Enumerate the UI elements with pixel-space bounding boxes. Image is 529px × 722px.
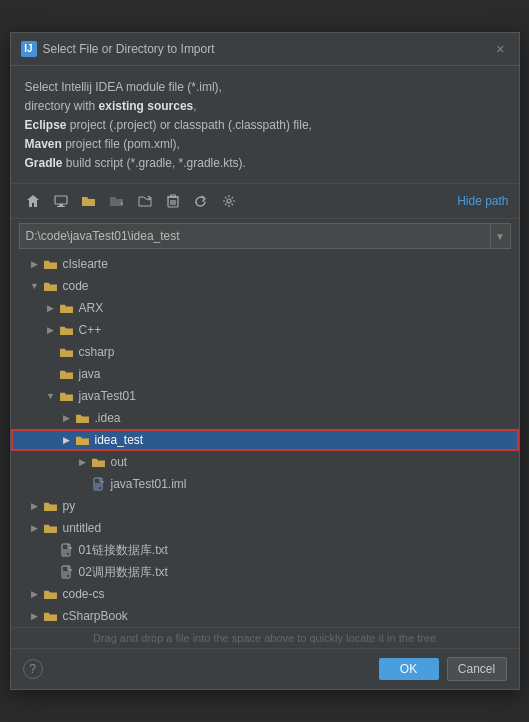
tree-item-label: code-cs bbox=[63, 587, 105, 601]
refresh-button[interactable] bbox=[189, 190, 213, 212]
tree-item[interactable]: javaTest01.iml bbox=[11, 473, 519, 495]
tree-item[interactable]: ▶ARX bbox=[11, 297, 519, 319]
tree-item[interactable]: ▶C++ bbox=[11, 319, 519, 341]
app-icon: IJ bbox=[21, 41, 37, 57]
new-folder-button[interactable]: + bbox=[105, 190, 129, 212]
tree-item-label: javaTest01 bbox=[79, 389, 136, 403]
svg-rect-1 bbox=[59, 204, 63, 206]
tree-toggle[interactable]: ▶ bbox=[59, 407, 75, 429]
file-icon bbox=[59, 564, 75, 580]
tree-item-label: cIslearte bbox=[63, 257, 108, 271]
cancel-button[interactable]: Cancel bbox=[447, 657, 507, 681]
tree-item[interactable]: ▶code-cs bbox=[11, 583, 519, 605]
tree-item-label: csharp bbox=[79, 345, 115, 359]
tree-item[interactable]: ▶.idea bbox=[11, 407, 519, 429]
tree-toggle[interactable] bbox=[43, 341, 59, 363]
tree-item[interactable]: ▶cSharpBook bbox=[11, 605, 519, 627]
move-button[interactable] bbox=[133, 190, 157, 212]
svg-text:+: + bbox=[119, 199, 124, 207]
folder-icon bbox=[43, 586, 59, 602]
tree-item[interactable]: ▶idea_test bbox=[11, 429, 519, 451]
tree-item[interactable]: ▼code bbox=[11, 275, 519, 297]
folder-icon bbox=[43, 278, 59, 294]
tree-item-label: C++ bbox=[79, 323, 102, 337]
folder-icon bbox=[59, 300, 75, 316]
tree-toggle[interactable]: ▼ bbox=[27, 275, 43, 297]
tree-toggle[interactable] bbox=[75, 473, 91, 495]
path-dropdown-button[interactable]: ▼ bbox=[490, 224, 510, 248]
settings-button[interactable] bbox=[217, 190, 241, 212]
tree-item-label: py bbox=[63, 499, 76, 513]
help-button[interactable]: ? bbox=[23, 659, 43, 679]
tree-item[interactable]: ▶out bbox=[11, 451, 519, 473]
tree-toggle[interactable] bbox=[43, 539, 59, 561]
close-button[interactable]: × bbox=[492, 39, 508, 59]
file-tree[interactable]: ▶cIslearte▼code▶ARX▶C++csharpjava▼javaTe… bbox=[11, 253, 519, 627]
tree-item-label: java bbox=[79, 367, 101, 381]
tree-item-label: .idea bbox=[95, 411, 121, 425]
tree-item-label: untitled bbox=[63, 521, 102, 535]
tree-toggle[interactable]: ▶ bbox=[75, 451, 91, 473]
tree-item-label: out bbox=[111, 455, 128, 469]
tree-item[interactable]: java bbox=[11, 363, 519, 385]
folder-icon bbox=[43, 256, 59, 272]
path-input[interactable] bbox=[20, 229, 490, 243]
ok-button[interactable]: OK bbox=[379, 658, 439, 680]
path-bar: ▼ bbox=[19, 223, 511, 249]
tree-item[interactable]: csharp bbox=[11, 341, 519, 363]
delete-button[interactable] bbox=[161, 190, 185, 212]
folder-icon bbox=[75, 410, 91, 426]
tree-item[interactable]: ▶py bbox=[11, 495, 519, 517]
folder-icon bbox=[75, 432, 91, 448]
svg-point-10 bbox=[227, 199, 231, 203]
tree-toggle[interactable] bbox=[43, 561, 59, 583]
home-button[interactable] bbox=[21, 190, 45, 212]
folder-icon bbox=[91, 454, 107, 470]
folder-icon bbox=[43, 498, 59, 514]
tree-item[interactable]: ▶cIslearte bbox=[11, 253, 519, 275]
tree-item[interactable]: ▶untitled bbox=[11, 517, 519, 539]
tree-item-label: ARX bbox=[79, 301, 104, 315]
tree-item-label: javaTest01.iml bbox=[111, 477, 187, 491]
folder-icon bbox=[59, 344, 75, 360]
tree-toggle[interactable]: ▶ bbox=[59, 429, 75, 451]
tree-toggle[interactable]: ▶ bbox=[27, 253, 43, 275]
tree-item[interactable]: 02调用数据库.txt bbox=[11, 561, 519, 583]
tree-item[interactable]: ▼javaTest01 bbox=[11, 385, 519, 407]
tree-toggle[interactable]: ▶ bbox=[43, 319, 59, 341]
tree-toggle[interactable]: ▶ bbox=[43, 297, 59, 319]
toolbar: + Hide path bbox=[11, 184, 519, 219]
tree-toggle[interactable]: ▶ bbox=[27, 517, 43, 539]
tree-toggle[interactable]: ▶ bbox=[27, 605, 43, 627]
folder-icon bbox=[59, 388, 75, 404]
folder-icon bbox=[59, 322, 75, 338]
file-icon bbox=[59, 542, 75, 558]
drag-hint: Drag and drop a file into the space abov… bbox=[11, 627, 519, 648]
desktop-button[interactable] bbox=[49, 190, 73, 212]
hide-path-button[interactable]: Hide path bbox=[457, 194, 508, 208]
folder-icon bbox=[59, 366, 75, 382]
tree-item-label: code bbox=[63, 279, 89, 293]
tree-item-label: 01链接数据库.txt bbox=[79, 542, 168, 559]
tree-item-label: idea_test bbox=[95, 433, 144, 447]
tree-toggle[interactable]: ▶ bbox=[27, 583, 43, 605]
description-text: Select Intellij IDEA module file (*.iml)… bbox=[11, 66, 519, 185]
svg-rect-0 bbox=[55, 196, 67, 204]
tree-item-label: 02调用数据库.txt bbox=[79, 564, 168, 581]
folder-icon bbox=[43, 520, 59, 536]
tree-toggle[interactable] bbox=[43, 363, 59, 385]
svg-rect-9 bbox=[170, 195, 175, 197]
folder-button[interactable] bbox=[77, 190, 101, 212]
svg-rect-2 bbox=[57, 206, 65, 207]
title-bar: IJ Select File or Directory to Import × bbox=[11, 33, 519, 66]
folder-icon bbox=[43, 608, 59, 624]
dialog: IJ Select File or Directory to Import × … bbox=[10, 32, 520, 691]
tree-toggle[interactable]: ▼ bbox=[43, 385, 59, 407]
tree-item[interactable]: 01链接数据库.txt bbox=[11, 539, 519, 561]
file-icon bbox=[91, 476, 107, 492]
footer: ? OK Cancel bbox=[11, 648, 519, 689]
tree-toggle[interactable]: ▶ bbox=[27, 495, 43, 517]
dialog-title: Select File or Directory to Import bbox=[43, 42, 487, 56]
tree-item-label: cSharpBook bbox=[63, 609, 128, 623]
